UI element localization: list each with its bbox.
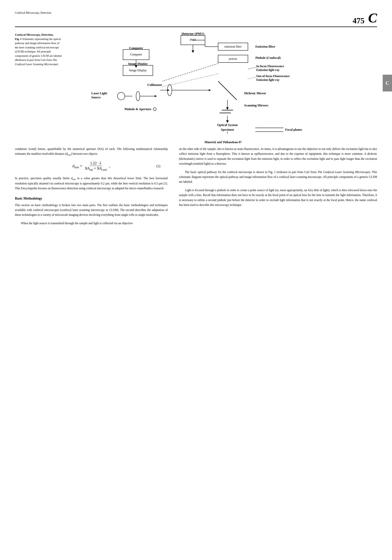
- svg-text:Detector (PMT): Detector (PMT): [182, 33, 204, 36]
- caption-text3: ): [57, 63, 58, 66]
- svg-text:PMT: PMT: [190, 38, 196, 41]
- svg-text:Emission filter: Emission filter: [255, 45, 275, 48]
- header-letter: C: [368, 11, 377, 25]
- body-columns: condenser (cond) lenses, quantifiable by…: [15, 147, 377, 229]
- right-column: on the other side of the sample, this is…: [179, 147, 377, 229]
- section-heading-basic-methodology: Basic Methodology: [15, 197, 168, 200]
- eq-denominator: NAobj + NAcond: [84, 166, 107, 171]
- caption-bold: Confocal Microscopy, Detection,: [15, 33, 54, 36]
- caption-fig-label: Fig. 1: [15, 38, 22, 40]
- svg-text:emission filter: emission filter: [224, 45, 242, 48]
- eq-equals: =: [80, 163, 83, 168]
- equation: dmin = 1.22 · λ NAobj + NAcond ,: [73, 161, 110, 171]
- svg-text:Focal planes: Focal planes: [285, 128, 302, 131]
- svg-text:Specimen: Specimen: [221, 128, 234, 131]
- eq-comma: ,: [109, 163, 110, 168]
- svg-line-22: [162, 63, 218, 81]
- header-right: 475 C: [353, 11, 377, 25]
- svg-text:Image Display: Image Display: [128, 62, 148, 66]
- page-header: Confocal Microscopy, Detection 475 C: [15, 11, 377, 27]
- svg-text:Emission light ray: Emission light ray: [256, 68, 279, 72]
- eq-lhs-sub: min: [75, 166, 79, 169]
- svg-marker-47: [226, 107, 229, 110]
- right-paragraph-2: The basic optical pathway for the confoc…: [179, 170, 377, 184]
- figure-section: Confocal Microscopy, Detection, Fig. 1 S…: [15, 33, 377, 139]
- svg-point-42: [136, 91, 140, 101]
- eq-numerator: 1.22 · λ: [89, 161, 102, 166]
- right-paragraph-3: Light is focused through a pinhole in or…: [179, 188, 377, 208]
- svg-text:Pinhole (Confocal): Pinhole (Confocal): [255, 56, 281, 60]
- svg-text:Source: Source: [91, 96, 101, 99]
- equation-block: dmin = 1.22 · λ NAobj + NAcond , (1): [15, 161, 168, 171]
- svg-text:Optical System: Optical System: [217, 123, 238, 127]
- diagram-svg: PMT Detector (PMT) emission filter Emiss…: [69, 33, 377, 139]
- svg-text:Image Display: Image Display: [129, 69, 147, 72]
- svg-marker-3: [192, 50, 194, 53]
- svg-line-29: [248, 77, 256, 79]
- svg-marker-33: [167, 89, 170, 91]
- caption-italic1: LSCM: [16, 50, 23, 53]
- svg-text:Dichroic Mirror: Dichroic Mirror: [244, 91, 266, 95]
- svg-text:Out-of-focus Flourescence: Out-of-focus Flourescence: [256, 74, 290, 78]
- equation-number: (1): [156, 164, 160, 168]
- svg-text:Emission light ray: Emission light ray: [256, 78, 279, 81]
- svg-marker-14: [135, 65, 137, 68]
- svg-text:Pinhole & Aperture: Pinhole & Aperture: [124, 107, 151, 111]
- eq-fraction: 1.22 · λ NAobj + NAcond: [84, 161, 107, 171]
- svg-marker-35: [209, 89, 211, 91]
- svg-text:Computer: Computer: [129, 46, 143, 50]
- svg-text:pinhole: pinhole: [229, 57, 237, 60]
- svg-marker-53: [226, 120, 229, 123]
- left-column: condenser (cond) lenses, quantifiable by…: [15, 147, 168, 229]
- figure-diagram-area: PMT Detector (PMT) emission filter Emiss…: [69, 33, 377, 139]
- body-paragraph-2: In practice, specimen quality usually li…: [15, 176, 168, 191]
- right-paragraph-1: on the other side of the sample, this is…: [179, 147, 377, 166]
- svg-text:Collimator: Collimator: [147, 83, 162, 87]
- svg-point-40: [117, 92, 125, 100]
- eq-lhs: d: [73, 163, 75, 168]
- figure-credit: Minerick and Thibaudeau 07: [69, 140, 377, 144]
- svg-line-25: [248, 67, 256, 69]
- svg-marker-44: [155, 95, 157, 97]
- page: Confocal Microscopy, Detection 475 C C C…: [0, 0, 392, 560]
- figure-caption: Confocal Microscopy, Detection, Fig. 1 S…: [15, 33, 63, 139]
- svg-text:Scanning Mirrors: Scanning Mirrors: [244, 104, 268, 107]
- body-paragraph-1: condenser (cond) lenses, quantifiable by…: [15, 147, 168, 157]
- svg-text:Laser Light: Laser Light: [91, 91, 107, 95]
- svg-line-36: [218, 81, 237, 100]
- header-title: Confocal Microscopy, Detection: [15, 11, 51, 14]
- page-number: 475: [353, 17, 364, 25]
- body-paragraph-3: This section on basic methodology is bro…: [15, 203, 168, 218]
- svg-text:In-focus Flourescence: In-focus Flourescence: [256, 65, 284, 68]
- body-paragraph-4: When the light source is transmitted thr…: [15, 221, 168, 226]
- side-tab-c: C: [383, 75, 392, 91]
- svg-text:Computer: Computer: [130, 53, 142, 56]
- svg-point-51: [153, 108, 156, 111]
